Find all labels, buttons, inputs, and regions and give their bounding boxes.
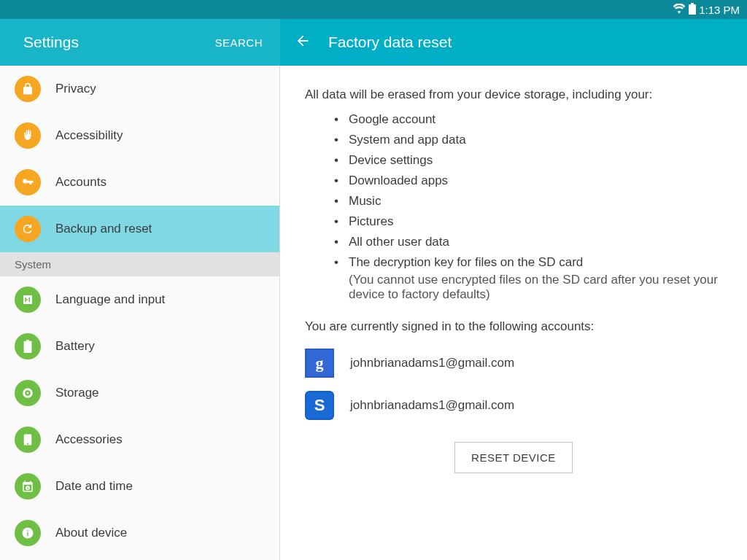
search-button[interactable]: SEARCH <box>214 36 263 49</box>
sidebar-item-battery[interactable]: Battery <box>0 323 279 370</box>
language-icon <box>15 287 41 313</box>
list-item: •Device settings <box>334 153 722 168</box>
reset-device-button[interactable]: RESET DEVICE <box>454 442 573 473</box>
storage-icon <box>15 380 41 406</box>
backup-icon <box>15 216 41 242</box>
intro-text: All data will be erased from your device… <box>305 88 722 102</box>
decryption-note: (You cannot use encrypted files on the S… <box>305 273 722 302</box>
sidebar-item-label: Accessories <box>55 432 123 447</box>
about-icon <box>15 520 41 546</box>
account-row: S johnbrianadams1@gmail.com <box>305 391 722 420</box>
accounts-intro: You are currently signed in to the follo… <box>305 319 722 334</box>
battery-icon <box>689 3 696 17</box>
accessories-icon <box>15 427 41 453</box>
wifi-icon <box>673 4 686 16</box>
sidebar-item-about[interactable]: About device <box>0 510 279 556</box>
key-icon <box>15 169 41 195</box>
list-item: •Music <box>334 194 722 209</box>
sidebar-item-storage[interactable]: Storage <box>0 370 279 416</box>
status-bar: 1:13 PM <box>0 0 747 19</box>
sidebar-item-backup-reset[interactable]: Backup and reset <box>0 206 279 252</box>
status-time: 1:13 PM <box>699 4 740 16</box>
sidebar-item-privacy[interactable]: Privacy <box>0 66 279 112</box>
google-account-icon: g <box>305 349 334 378</box>
settings-title: Settings <box>23 34 79 51</box>
list-item: •Google account <box>334 112 722 127</box>
sidebar-item-label: Battery <box>55 339 95 354</box>
list-item: •All other user data <box>334 235 722 249</box>
back-icon[interactable] <box>295 33 311 52</box>
section-header-system: System <box>0 252 279 276</box>
detail-header: Factory data reset <box>280 19 747 66</box>
sidebar-item-accessories[interactable]: Accessories <box>0 416 279 463</box>
sidebar-item-label: Accessibility <box>55 128 123 143</box>
sidebar-item-label: About device <box>55 526 127 540</box>
sidebar-item-label: Date and time <box>55 479 133 494</box>
datetime-icon <box>15 473 41 499</box>
account-email: johnbrianadams1@gmail.com <box>350 398 514 413</box>
detail-pane: All data will be erased from your device… <box>280 66 747 560</box>
sidebar-item-label: Language and input <box>55 292 165 307</box>
account-row: g johnbrianadams1@gmail.com <box>305 349 722 378</box>
bullet-list: •Google account •System and app data •De… <box>305 112 722 270</box>
page-title: Factory data reset <box>328 34 452 51</box>
samsung-account-icon: S <box>305 391 334 420</box>
sidebar-header: Settings SEARCH <box>0 19 280 66</box>
sidebar-item-label: Privacy <box>55 82 96 96</box>
battery-icon <box>15 333 41 359</box>
sidebar-item-label: Backup and reset <box>55 222 152 236</box>
sidebar-item-accounts[interactable]: Accounts <box>0 159 279 206</box>
sidebar: Privacy Accessibility Accounts Backup an… <box>0 66 280 560</box>
sidebar-item-label: Accounts <box>55 175 107 190</box>
sidebar-item-language[interactable]: Language and input <box>0 276 279 323</box>
list-item: •Pictures <box>334 214 722 229</box>
sidebar-item-label: Storage <box>55 386 99 400</box>
list-item: •System and app data <box>334 133 722 147</box>
list-item: •Downloaded apps <box>334 174 722 188</box>
sidebar-item-accessibility[interactable]: Accessibility <box>0 112 279 159</box>
lock-icon <box>15 76 41 102</box>
account-email: johnbrianadams1@gmail.com <box>350 356 514 370</box>
list-item: •The decryption key for files on the SD … <box>334 255 722 270</box>
sidebar-item-datetime[interactable]: Date and time <box>0 463 279 510</box>
hand-icon <box>15 122 41 149</box>
